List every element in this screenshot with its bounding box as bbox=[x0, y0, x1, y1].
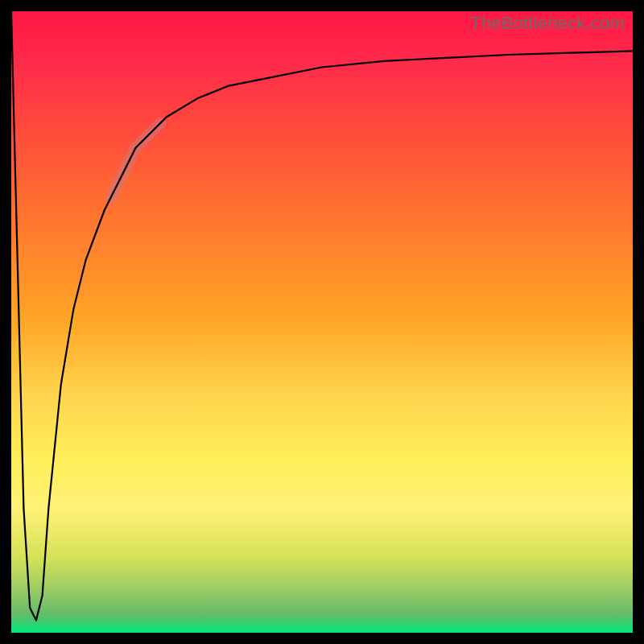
curve-layer bbox=[11, 11, 633, 633]
plot-area: TheBottleneck.com bbox=[11, 11, 633, 633]
bottleneck-curve bbox=[11, 11, 633, 621]
chart-container: TheBottleneck.com bbox=[0, 0, 644, 644]
curve-highlight bbox=[111, 123, 161, 198]
